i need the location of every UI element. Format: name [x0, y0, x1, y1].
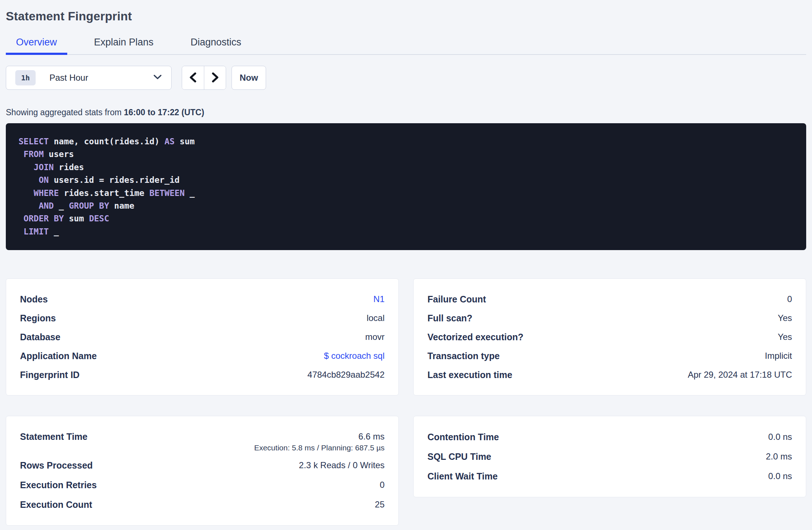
- row-label: Failure Count: [427, 294, 486, 305]
- sql-token: JOIN: [34, 162, 54, 172]
- row-label: Contention Time: [427, 432, 499, 442]
- sql-token: LIMIT: [24, 227, 49, 236]
- sql-token: [19, 214, 24, 223]
- row-value: 0: [787, 294, 792, 304]
- detail-row: Failure Count 0: [427, 290, 792, 309]
- sql-token: AND: [39, 201, 54, 210]
- sql-token: SELECT: [19, 137, 49, 146]
- sql-line: AND _ GROUP BY name: [19, 200, 793, 212]
- row-value: 0.0 ns: [768, 432, 792, 442]
- sql-token: [19, 175, 39, 185]
- sql-token: GROUP BY: [69, 201, 109, 210]
- detail-row: Execution Retries 0: [20, 475, 385, 495]
- row-label: Full scan?: [427, 313, 473, 324]
- time-range-select[interactable]: 1h Past Hour: [6, 66, 172, 90]
- row-value: 0.0 ns: [768, 471, 792, 481]
- sql-token: _: [54, 201, 69, 210]
- detail-row: Nodes N1: [20, 290, 385, 309]
- sql-token: _: [185, 188, 195, 198]
- row-value: 2.3 k Reads / 0 Writes: [299, 460, 385, 470]
- sql-token: users.id = rides.rider_id: [49, 175, 180, 185]
- detail-row: Database movr: [20, 328, 385, 346]
- sql-token: rides: [54, 162, 84, 172]
- tab-bar: Overview Explain Plans Diagnostics: [6, 36, 806, 55]
- row-label: SQL CPU Time: [427, 451, 491, 462]
- sql-token: [19, 201, 39, 210]
- tab-diagnostics[interactable]: Diagnostics: [180, 36, 252, 54]
- sql-token: DESC: [89, 214, 109, 223]
- sql-token: sum: [64, 214, 89, 223]
- time-range-arrows: [182, 66, 226, 90]
- row-subdetail: Execution: 5.8 ms / Planning: 687.5 µs: [254, 443, 385, 453]
- row-label: Execution Count: [20, 499, 92, 510]
- sql-token: FROM: [24, 149, 44, 159]
- row-label: Vectorized execution?: [427, 332, 523, 342]
- row-label: Nodes: [20, 294, 48, 305]
- detail-row: Execution Count 25: [20, 495, 385, 514]
- row-value: Apr 29, 2024 at 17:18 UTC: [688, 370, 792, 380]
- detail-row: Client Wait Time 0.0 ns: [427, 466, 792, 486]
- sql-token: ORDER BY: [24, 214, 64, 223]
- sql-line: ORDER BY sum DESC: [19, 212, 793, 225]
- sql-token: AS: [165, 137, 175, 146]
- stats-prefix: Showing aggregated stats from: [6, 108, 124, 117]
- sql-token: [19, 162, 34, 172]
- app-name-link[interactable]: $ cockroach sql: [324, 351, 385, 361]
- row-value: movr: [365, 332, 385, 342]
- chevron-down-icon: [153, 75, 162, 81]
- sql-line: WHERE rides.start_time BETWEEN _: [19, 187, 793, 200]
- time-toolbar: 1h Past Hour Now: [6, 66, 806, 90]
- sql-token: users: [44, 149, 74, 159]
- sql-token: name, count(rides.id): [49, 137, 165, 146]
- value-block: 6.6 ms Execution: 5.8 ms / Planning: 687…: [254, 427, 385, 453]
- sql-token: [19, 149, 24, 159]
- row-label: Statement Time: [20, 427, 88, 446]
- card-execution-attributes: Failure Count 0 Full scan? Yes Vectorize…: [413, 278, 806, 396]
- sql-token: rides.start_time: [59, 188, 149, 198]
- sql-token: name: [109, 201, 134, 210]
- detail-row: SQL CPU Time 2.0 ms: [427, 447, 792, 466]
- detail-row: Regions local: [20, 309, 385, 328]
- tab-explain-plans[interactable]: Explain Plans: [84, 36, 164, 54]
- sql-token: BETWEEN: [149, 188, 185, 198]
- sql-token: sum: [174, 137, 194, 146]
- row-value: 0: [380, 480, 385, 490]
- chevron-left-icon: [189, 72, 197, 84]
- row-value: Yes: [778, 313, 792, 323]
- page-title: Statement Fingerprint: [6, 9, 806, 23]
- detail-row: Transaction type Implicit: [427, 346, 792, 365]
- sql-token: WHERE: [34, 188, 59, 198]
- detail-row: Rows Processed 2.3 k Reads / 0 Writes: [20, 455, 385, 475]
- sql-statement-box: SELECT name, count(rides.id) AS sum FROM…: [6, 123, 806, 250]
- now-button[interactable]: Now: [232, 66, 266, 90]
- detail-row: Fingerprint ID 4784cb829aab2542: [20, 365, 385, 384]
- next-time-range-button[interactable]: [204, 66, 226, 89]
- row-value: Yes: [778, 332, 792, 342]
- tab-overview[interactable]: Overview: [6, 36, 67, 55]
- detail-row: Statement Time 6.6 ms Execution: 5.8 ms …: [20, 427, 385, 453]
- row-label: Last execution time: [427, 370, 512, 380]
- detail-row: Last execution time Apr 29, 2024 at 17:1…: [427, 365, 792, 384]
- row-label: Fingerprint ID: [20, 370, 80, 380]
- sql-token: _: [49, 227, 59, 236]
- detail-row: Full scan? Yes: [427, 309, 792, 328]
- sql-token: [19, 227, 24, 236]
- sql-token: [19, 188, 34, 198]
- row-value: 25: [375, 499, 385, 510]
- row-label: Database: [20, 332, 60, 342]
- sql-line: SELECT name, count(rides.id) AS sum: [19, 135, 793, 148]
- row-label: Transaction type: [427, 351, 500, 361]
- row-value: 2.0 ms: [766, 451, 792, 462]
- row-value: local: [367, 313, 385, 323]
- chevron-right-icon: [211, 72, 220, 84]
- stats-range: 16:00 to 17:22 (UTC): [124, 108, 204, 117]
- statement-fingerprint-page: Statement Fingerprint Overview Explain P…: [0, 9, 812, 526]
- detail-row: Vectorized execution? Yes: [427, 328, 792, 346]
- time-range-label: Past Hour: [49, 73, 153, 83]
- details-cards-row: Nodes N1 Regions local Database movr App…: [6, 278, 806, 396]
- nodes-link[interactable]: N1: [373, 294, 385, 304]
- aggregated-stats-line: Showing aggregated stats from 16:00 to 1…: [6, 107, 806, 117]
- row-label: Client Wait Time: [427, 471, 498, 482]
- performance-cards-row: Statement Time 6.6 ms Execution: 5.8 ms …: [6, 416, 806, 526]
- prev-time-range-button[interactable]: [182, 66, 204, 89]
